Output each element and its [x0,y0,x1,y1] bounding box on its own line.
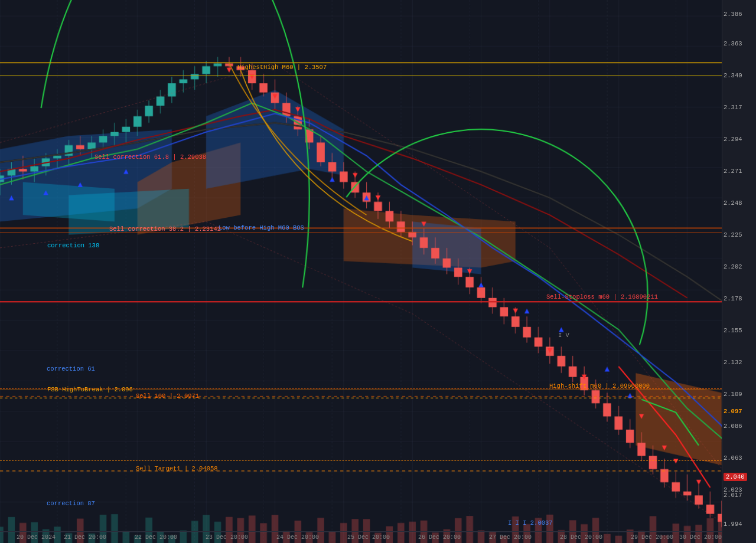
price-label: 2.109 [724,391,745,398]
price-label: 2.340 [724,72,745,79]
time-label: 23 Dec 20:00 [206,534,248,541]
price-label: 2.086 [724,423,745,430]
chart-container: 2.3862.3632.3402.3172.2942.2712.2482.225… [0,0,756,543]
time-label: 21 Dec 20:00 [64,534,106,541]
price-label: 2.225 [724,231,745,238]
price-axis: 2.3862.3632.3402.3172.2942.2712.2482.225… [722,0,756,543]
price-label: 2.202 [724,263,745,270]
time-label: 25 Dec 20:00 [347,534,390,541]
price-label: 2.097 [724,408,745,415]
time-label: 22 Dec 20:00 [135,534,177,541]
price-label: 2.178 [724,295,745,302]
time-label: 27 Dec 20:00 [489,534,532,541]
price-label: 2.132 [724,359,745,366]
price-label: 2.040 [724,473,747,481]
price-label: 2.017 [724,492,745,499]
price-label: 2.155 [724,327,745,334]
time-label: 29 Dec 20:00 [631,534,673,541]
price-label: 2.063 [724,454,745,462]
price-label: 2.363 [724,40,745,47]
price-label: 2.294 [724,136,745,143]
price-label: 2.386 [724,11,745,18]
main-chart-canvas [0,0,756,543]
price-label: 2.317 [724,104,745,111]
time-label: 28 Dec 20:00 [560,534,602,541]
price-label: 2.248 [724,199,745,207]
price-label: 1.994 [724,521,745,528]
time-axis: 20 Dec 202421 Dec 20:0022 Dec 20:0023 De… [0,531,722,543]
time-label: 30 Dec 20:00 [679,534,722,541]
time-label: 20 Dec 2024 [17,534,56,541]
time-label: 24 Dec 20:00 [276,534,319,541]
time-label: 26 Dec 20:00 [418,534,461,541]
price-label: 2.271 [724,168,745,175]
